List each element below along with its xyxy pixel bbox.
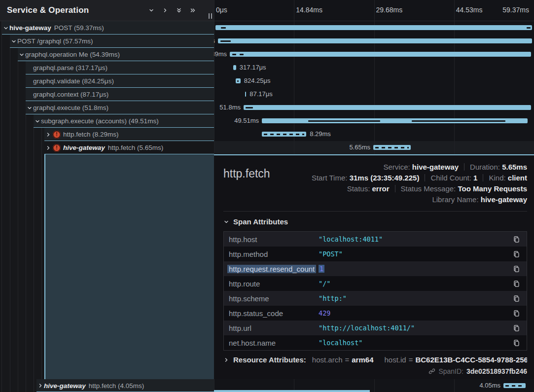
ruler-tick: 59.37ms [502,6,529,14]
duration-label: 824.25μs [244,77,271,84]
span-bar[interactable] [218,38,532,43]
double-chevron-down-icon[interactable] [176,7,182,14]
selected-span-children-region [44,154,214,379]
span-bar[interactable] [236,78,241,83]
tree-row[interactable]: hive-gatewayhttp.fetch (4.05ms) [0,379,214,392]
tree-row[interactable]: hive-gatewayPOST (59.37ms) [0,21,214,35]
attribute-key: http.scheme [224,294,319,303]
copy-icon[interactable] [506,310,527,317]
span-attributes-table: http.host"localhost:4011"http.method"POS… [223,231,527,351]
attribute-value: "/" [319,280,506,287]
span-meta: Service: hive-gatewayDuration: 5.65msSta… [270,162,527,205]
tree-row[interactable]: !http.fetch (8.29ms) [0,128,214,141]
span-bar[interactable] [262,118,528,123]
attribute-row: http.request.resend_count1 [224,261,527,276]
copy-icon[interactable] [506,236,527,243]
chevron-right-icon[interactable] [162,7,169,14]
span-id-value: 3de02518937fb246 [466,367,527,375]
child-span-mark [232,54,236,55]
duration-label: 57.57ms [214,37,215,44]
resource-attributes-row[interactable]: Resource Attributes:host.arch=arm64host.… [223,356,527,364]
ruler-tick: 0μs [216,6,227,14]
tree-toolbar [148,7,196,14]
chevron-right-icon[interactable] [44,145,52,151]
meta-line: Status: errorStatus Message: Too Many Re… [270,183,527,194]
attribute-row: net.host.name"localhost" [224,335,527,350]
trace-viewer: Service & Operation hive-gatewayPOST (59… [0,0,534,392]
tree-row[interactable]: graphql.parse (317.17μs) [0,61,214,74]
duration-label: 4.05ms [479,382,500,389]
span-id-row: SpanID: 3de02518937fb246 [223,367,527,375]
meta-value: 5.65ms [502,163,527,171]
timeline-row: 49.51ms [214,114,534,128]
meta-label: Service: [384,163,412,171]
tree-row[interactable]: graphql.validate (824.25μs) [0,74,214,88]
timeline-bottom-row: 4.05ms [214,379,534,392]
span-bar[interactable] [244,105,531,110]
attribute-key: http.request.resend_count [224,265,319,273]
operation-label: http.fetch (8.29ms) [63,131,119,138]
timeline-row: 57.57ms [214,35,534,48]
meta-line: Library Name: hive-gateway [270,194,527,205]
attribute-key: http.method [224,250,319,258]
double-chevron-right-icon[interactable] [189,7,196,14]
service-operation-header: Service & Operation [0,0,214,21]
tree-row[interactable]: graphql.operation Me (54.39ms) [0,48,214,61]
chevron-right-icon[interactable] [36,383,44,389]
chevron-down-icon[interactable] [34,118,41,124]
tree-row[interactable]: POST /graphql (57.57ms) [0,35,214,48]
duration-label: 51.8ms [219,104,241,111]
chevron-down-icon[interactable] [18,52,25,58]
bottom-tree-row-wrap: hive-gatewayhttp.fetch (4.05ms) [0,379,214,392]
resource-value: BC62E13B-C4CC-5854-9788-2568... [415,356,527,364]
chevron-down-icon[interactable] [2,25,9,31]
link-icon[interactable] [428,368,435,375]
timeline-rows: 57.57ms54.39ms317.17μs824.25μs87.17μs51.… [214,21,534,154]
chevron-down-icon[interactable] [26,105,33,111]
attribute-key: http.route [224,280,319,288]
equals-sign: = [409,356,413,364]
operation-label: http.fetch (4.05ms) [89,382,144,390]
operation-label: graphql.validate (824.25μs) [33,77,114,85]
service-name: hive-gateway [63,144,105,151]
attribute-row: http.host"localhost:4011" [224,232,527,247]
span-bar[interactable] [373,145,411,150]
attribute-value: "POST" [319,250,506,258]
error-icon: ! [53,144,61,152]
meta-value: 1 [473,174,477,182]
copy-icon[interactable] [506,339,527,347]
tree-row[interactable]: !hive-gatewayhttp.fetch (5.65ms) [0,141,214,154]
copy-icon[interactable] [506,324,527,332]
chevron-down-icon[interactable] [10,38,17,44]
chevron-right-icon[interactable] [44,132,52,138]
service-name: hive-gateway [44,382,86,390]
panel-resize-handle[interactable] [209,13,212,19]
chevron-down-icon[interactable] [148,7,155,14]
tree-row[interactable]: graphql.execute (51.8ms) [0,101,214,114]
copy-icon[interactable] [506,295,527,302]
span-bar[interactable] [233,65,236,70]
error-icon: ! [53,131,61,139]
resource-key: host.arch [312,356,343,364]
timeline-row: 8.29ms [214,128,534,141]
tree-row[interactable]: graphql.context (87.17μs) [0,88,214,101]
child-span-mark [237,80,239,82]
tree-row[interactable]: subgraph.execute (accounts) (49.51ms) [0,114,214,128]
attribute-row: http.scheme"http:" [224,291,527,306]
span-tree: hive-gatewayPOST (59.37ms)POST /graphql … [0,21,214,392]
operation-label: POST (59.37ms) [54,24,104,32]
copy-icon[interactable] [506,265,527,273]
span-attributes-header[interactable]: Span Attributes [223,217,527,226]
panel-title: Service & Operation [7,5,148,15]
span-bar[interactable] [230,52,531,57]
partial-span-bar [214,390,370,392]
attribute-value: "localhost:4011" [319,235,506,243]
span-bar[interactable] [245,92,246,97]
copy-icon[interactable] [506,250,527,258]
span-bar[interactable] [215,25,532,30]
span-bar[interactable] [262,132,306,137]
span-bar[interactable] [503,383,526,388]
operation-label: http.fetch (5.65ms) [108,144,164,151]
copy-icon[interactable] [506,280,527,287]
timeline-row: 87.17μs [214,88,534,101]
